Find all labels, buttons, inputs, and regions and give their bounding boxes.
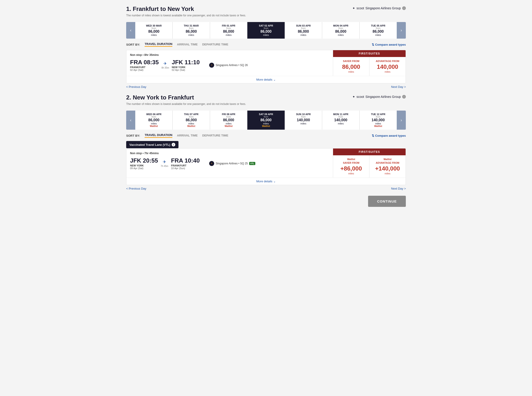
section1-date-carousel: ‹ WED 30 MAR from 86,000 miles THU 31 MA… xyxy=(126,22,406,39)
section2-date-carousel: ‹ WED 06 APR from 86,000 miles Waitlist … xyxy=(126,111,406,130)
sort-label-1: SORT BY: xyxy=(126,43,140,46)
airline-group-label: Singapore Airlines Group xyxy=(365,6,401,10)
more-details-1[interactable]: More details ⌄ xyxy=(126,76,406,83)
flight-arrival-2: FRA 10:40 FRANKFURT 10 Apr (Sun) xyxy=(171,157,200,170)
vtl-label: Vaccinated Travel Lane (VTL) xyxy=(129,143,170,146)
vtl-info-icon[interactable]: i xyxy=(172,143,175,146)
section2-airline-logos: ✦ scoot Singapore Airlines Group i xyxy=(353,95,406,99)
date-cell-sat02-active[interactable]: SAT 02 APR from 86,000 miles xyxy=(247,22,285,39)
more-details-2[interactable]: More details ⌄ xyxy=(126,178,406,185)
date-cell-tue12[interactable]: TUE 12 APR from 140,000 miles Waitlist xyxy=(360,111,397,130)
section1-sort-bar: SORT BY: TRAVEL DURATION ARRIVAL TIME DE… xyxy=(126,42,406,47)
flight-departure-2: JFK 20:55 NEW YORK 09 Apr (Sat) xyxy=(130,157,158,170)
section1-prev-day[interactable]: < Previous Day xyxy=(126,85,146,88)
sort-departure-time-1[interactable]: DEPARTURE TIME xyxy=(202,43,228,47)
section1-prev-arrow[interactable]: ‹ xyxy=(126,22,135,39)
section2-prev-arrow[interactable]: ‹ xyxy=(126,111,135,130)
section2-subtitle: The number of miles shown is lowest avai… xyxy=(126,102,246,105)
date-cell-thu31[interactable]: THU 31 MAR from 86,000 miles xyxy=(173,22,210,39)
sort-travel-duration-1[interactable]: TRAVEL DURATION xyxy=(145,42,172,47)
singapore-airlines-logo: ✦ xyxy=(353,6,355,10)
award-options-1: SAVER FROM 86,000 miles ADVANTAGE FROM 1… xyxy=(333,57,406,76)
section2-next-arrow[interactable]: › xyxy=(397,111,406,130)
sg-icon-1: ✦ xyxy=(209,63,214,68)
award-header-2: FIRST/SUITES xyxy=(333,149,406,155)
flight-arrow-1: ✈ 8h 35m xyxy=(161,61,169,69)
award-panel-1: FIRST/SUITES SAVER FROM 86,000 miles ADV… xyxy=(333,50,406,76)
section1-nav-links: < Previous Day Next Day > xyxy=(126,85,406,88)
airline-group-info-icon[interactable]: i xyxy=(402,6,406,10)
section2-next-day[interactable]: Next Day > xyxy=(391,187,406,190)
date-cell-fri08[interactable]: FRI 08 APR from 86,000 miles Waitlist xyxy=(210,111,247,130)
sort-departure-time-2[interactable]: DEPARTURE TIME xyxy=(202,134,228,138)
flight-route-2: JFK 20:55 NEW YORK 09 Apr (Sat) ✈ 7h 45m… xyxy=(130,157,329,170)
sort-travel-duration-2[interactable]: TRAVEL DURATION xyxy=(145,133,172,138)
date-cell-sat09-active[interactable]: SAT 09 APR from 86,000 miles Waitlist xyxy=(247,111,285,130)
continue-button[interactable]: CONTINUE xyxy=(368,196,406,207)
section1-next-day[interactable]: Next Day > xyxy=(391,85,406,88)
date-cell-thu07[interactable]: THU 07 APR from 86,000 miles Waitlist xyxy=(173,111,210,130)
vtl-tag: VTL xyxy=(249,162,255,165)
sort-arrival-time-2[interactable]: ARRIVAL TIME xyxy=(177,134,197,138)
sort-arrival-time-1[interactable]: ARRIVAL TIME xyxy=(177,43,197,47)
section1-next-arrow[interactable]: › xyxy=(397,22,406,39)
vtl-section: Vaccinated Travel Lane (VTL) i xyxy=(126,141,406,148)
flight-route-1: FRA 08:35 FRANKFURT 02 Apr (Sat) ✈ 8h 35… xyxy=(130,59,329,71)
advantage-option-1[interactable]: ADVANTAGE FROM 140,000 miles xyxy=(370,57,406,76)
saver-option-2[interactable]: Waitlist SAVER FROM +86,000 miles xyxy=(333,155,370,178)
date-cell-wed30[interactable]: WED 30 MAR from 86,000 miles xyxy=(135,22,173,39)
award-header-1: FIRST/SUITES xyxy=(333,50,406,57)
section2-nav-links: < Previous Day Next Day > xyxy=(126,187,406,190)
compare-award-types-2[interactable]: ⇅ Compare award types xyxy=(372,134,406,137)
flight-arrow-2: ✈ 7h 45m xyxy=(161,159,168,167)
flight-header-1: Non stop • 8hr 35mins xyxy=(130,53,329,57)
section2-title: 2. New York to Frankfurt xyxy=(126,94,246,101)
date-cell-mon11[interactable]: MON 11 APR from 140,000 miles xyxy=(322,111,359,130)
plane-icon-1: ✈ xyxy=(163,61,167,66)
flight-card-2: Non stop • 7hr 45mins JFK 20:55 NEW YORK… xyxy=(126,148,406,185)
scoot-logo-2: scoot xyxy=(357,95,364,99)
date-cell-tue05[interactable]: TUE 05 APR from 86,000 miles xyxy=(360,22,397,39)
section2-date-cells: WED 06 APR from 86,000 miles Waitlist TH… xyxy=(135,111,397,130)
date-cell-wed06[interactable]: WED 06 APR from 86,000 miles Waitlist xyxy=(135,111,173,130)
flight-main-1: Non stop • 8hr 35mins FRA 08:35 FRANKFUR… xyxy=(126,50,333,76)
compare-award-types-1[interactable]: ⇅ Compare award types xyxy=(372,43,406,46)
saver-option-1[interactable]: SAVER FROM 86,000 miles xyxy=(333,57,370,76)
section1-airline-logos: ✦ scoot Singapore Airlines Group i xyxy=(353,6,406,10)
vtl-badge: Vaccinated Travel Lane (VTL) i xyxy=(126,141,179,148)
flight-departure-1: FRA 08:35 FRANKFURT 02 Apr (Sat) xyxy=(130,59,159,71)
section2-sort-bar: SORT BY: TRAVEL DURATION ARRIVAL TIME DE… xyxy=(126,133,406,138)
award-options-2: Waitlist SAVER FROM +86,000 miles Waitli… xyxy=(333,155,406,178)
scoot-logo: scoot xyxy=(357,6,364,10)
flight-header-2: Non stop • 7hr 45mins xyxy=(130,152,329,155)
award-panel-2: FIRST/SUITES Waitlist SAVER FROM +86,000… xyxy=(333,149,406,178)
airline-info-2: ✦ Singapore Airlines • SQ 25 VTL xyxy=(209,161,255,166)
sort-label-2: SORT BY: xyxy=(126,134,140,137)
section1-date-cells: WED 30 MAR from 86,000 miles THU 31 MAR … xyxy=(135,22,397,39)
sg-icon-2: ✦ xyxy=(209,161,214,166)
continue-btn-wrapper: CONTINUE xyxy=(126,196,406,207)
singapore-airlines-logo-2: ✦ xyxy=(353,95,355,99)
date-cell-fri01[interactable]: FRI 01 APR from 86,000 miles xyxy=(210,22,247,39)
flight-main-2: Non stop • 7hr 45mins JFK 20:55 NEW YORK… xyxy=(126,149,333,178)
plane-icon-2: ✈ xyxy=(163,159,166,164)
date-cell-sun10[interactable]: SUN 10 APR from 140,000 miles xyxy=(285,111,322,130)
date-cell-mon04[interactable]: MON 04 APR from 86,000 miles xyxy=(322,22,359,39)
flight-card-1: Non stop • 8hr 35mins FRA 08:35 FRANKFUR… xyxy=(126,50,406,83)
airline-group-info-icon-2[interactable]: i xyxy=(402,95,406,99)
advantage-option-2[interactable]: Waitlist ADVANTAGE FROM +140,000 miles xyxy=(370,155,406,178)
date-cell-sun03[interactable]: SUN 03 APR from 86,000 miles xyxy=(285,22,322,39)
section1-title: 1. Frankfurt to New York xyxy=(126,6,246,12)
airline-group-label-2: Singapore Airlines Group xyxy=(365,95,401,99)
section2-prev-day[interactable]: < Previous Day xyxy=(126,187,146,190)
flight-card-2-top: Non stop • 7hr 45mins JFK 20:55 NEW YORK… xyxy=(126,149,406,178)
flight-card-1-top: Non stop • 8hr 35mins FRA 08:35 FRANKFUR… xyxy=(126,50,406,76)
flight-arrival-1: JFK 11:10 NEW YORK 02 Apr (Sat) xyxy=(172,59,200,71)
airline-info-1: ✦ Singapore Airlines • SQ 26 xyxy=(209,63,248,68)
section1-subtitle: The number of miles shown is lowest avai… xyxy=(126,14,246,17)
